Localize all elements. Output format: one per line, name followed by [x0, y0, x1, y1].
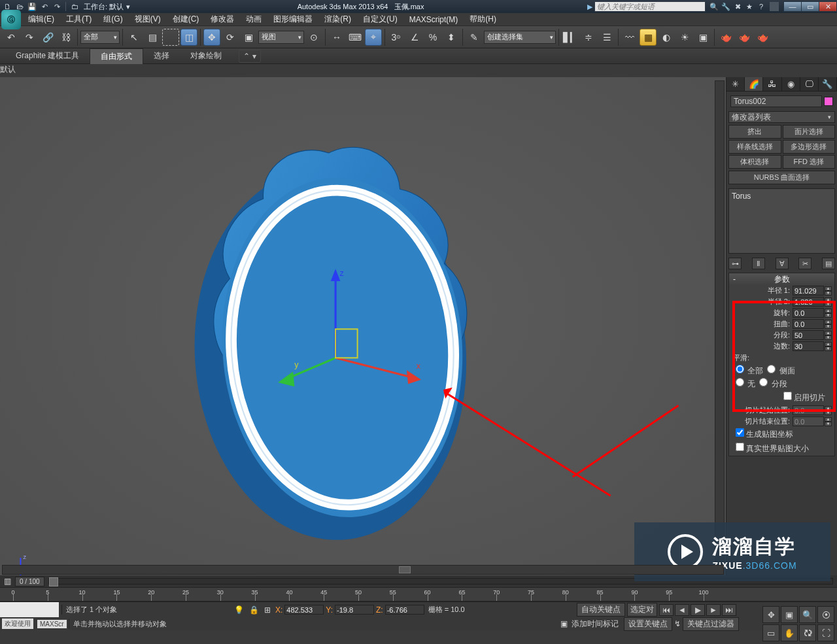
menu-9[interactable]: 自定义(U) [357, 12, 403, 26]
key-filters-button[interactable]: 关键点过滤器 [683, 617, 739, 631]
zoom-region-icon[interactable]: ▭ [762, 624, 779, 641]
pan-view-icon[interactable]: ✥ [762, 606, 779, 623]
add-time-tag[interactable]: 添加时间标记 [572, 619, 624, 630]
selected-marker-button[interactable]: 选定对 [627, 603, 657, 617]
zoom-icon[interactable]: 🔍 [799, 606, 816, 623]
radius1-input[interactable] [793, 286, 824, 296]
qat-save-icon[interactable]: 💾 [27, 1, 37, 12]
ribbon-sub-default[interactable]: 默认 [0, 64, 837, 75]
layers-icon[interactable]: ☰ [598, 29, 615, 46]
dropdown-icon[interactable]: ▾ [126, 3, 130, 11]
render-frame-icon[interactable]: ▣ [694, 29, 711, 46]
gen-mapping-checkbox[interactable]: 生成贴图坐标 [736, 428, 793, 440]
menu-2[interactable]: 组(G) [97, 12, 128, 26]
rollout-header-params[interactable]: 参数 [729, 273, 834, 285]
exchange-icon[interactable]: ✖ [733, 3, 742, 11]
object-color-swatch[interactable] [824, 97, 833, 106]
scrollbar-thumb[interactable] [399, 566, 411, 573]
panel-tab-display-icon[interactable]: 🖵 [800, 77, 819, 91]
star-icon[interactable]: ★ [745, 3, 754, 11]
set-key-mode-icon[interactable]: ▥ [4, 577, 11, 586]
spinner-snap-icon[interactable]: ⬍ [443, 29, 460, 46]
orbit-icon[interactable]: 🗘 [799, 624, 816, 641]
qat-project-icon[interactable]: 🗀 [69, 1, 80, 12]
pan-icon[interactable]: ✋ [781, 624, 798, 641]
sel-preset-0[interactable]: 挤出 [728, 125, 781, 139]
ribbon-tab-modeling[interactable]: Graphite 建模工具 [5, 48, 90, 63]
mirror-icon[interactable]: ▋▎ [562, 29, 579, 46]
render-icon[interactable]: 🫖 [717, 29, 734, 46]
set-key-button[interactable]: 设置关键点 [624, 617, 672, 631]
select-by-name-icon[interactable]: ▤ [144, 29, 161, 46]
goto-end-icon[interactable]: ⏭ [722, 604, 736, 616]
percent-snap-icon[interactable]: % [424, 29, 441, 46]
snap-3d-icon[interactable]: 3⊙ [388, 29, 405, 46]
sel-preset-4[interactable]: 体积选择 [728, 155, 781, 169]
panel-tab-hierarchy-icon[interactable]: 🖧 [763, 77, 781, 91]
undo-icon[interactable]: ↶ [3, 29, 20, 46]
material-editor-icon[interactable]: ◐ [658, 29, 675, 46]
menu-1[interactable]: 工具(T) [60, 12, 97, 26]
max-viewport-icon[interactable]: ⛶ [817, 624, 834, 641]
menu-4[interactable]: 创建(C) [167, 12, 205, 26]
frame-indicator[interactable]: 0 / 100 [15, 577, 44, 586]
ref-coord-system-dropdown[interactable]: 视图 [258, 31, 304, 44]
panel-tab-utilities-icon[interactable]: 🔧 [819, 77, 837, 91]
menu-3[interactable]: 视图(V) [129, 12, 167, 26]
align-icon[interactable]: ≑ [580, 29, 597, 46]
help-icon[interactable]: ? [757, 3, 766, 10]
coord-y-input[interactable] [335, 605, 374, 615]
menu-0[interactable]: 编辑(E) [22, 12, 60, 26]
welcome-tag[interactable]: 欢迎使用 [2, 619, 33, 629]
info-icon[interactable]: ▶ [587, 3, 592, 11]
nurbs-surface-sel-button[interactable]: NURBS 曲面选择 [728, 171, 835, 184]
menu-8[interactable]: 渲染(R) [318, 12, 357, 26]
pin-stack-icon[interactable]: ⊶ [728, 258, 742, 269]
configure-sets-icon[interactable]: ▤ [822, 258, 835, 269]
curve-editor-icon[interactable]: 〰 [621, 29, 638, 46]
modifier-list-dropdown[interactable]: 修改器列表 [728, 111, 835, 123]
minimize-button[interactable]: — [783, 1, 802, 12]
quick-render-icon[interactable]: 🫖 [736, 29, 753, 46]
angle-snap-icon[interactable]: ∠ [406, 29, 423, 46]
object-preview-thumb[interactable] [0, 602, 59, 618]
use-pivot-icon[interactable]: ⊙ [305, 29, 322, 46]
keyboard-shortcut-icon[interactable]: ⌨ [347, 29, 364, 46]
zoom-extents-icon[interactable]: ▣ [781, 606, 798, 623]
sel-preset-2[interactable]: 样条线选择 [728, 140, 781, 154]
object-name-field[interactable]: Torus002 [730, 95, 822, 107]
schematic-icon[interactable]: ▦ [640, 29, 657, 46]
move-icon[interactable]: ✥ [203, 29, 220, 46]
qat-undo-icon[interactable]: ↶ [39, 1, 50, 12]
menu-6[interactable]: 动画 [240, 12, 267, 26]
fov-icon[interactable]: ⦿ [817, 606, 834, 623]
qat-redo-icon[interactable]: ↷ [52, 1, 62, 12]
viewport-scrollbar-vertical[interactable] [715, 80, 725, 562]
sel-preset-5[interactable]: FFD 选择 [783, 155, 836, 169]
maxscript-tag[interactable]: MAXScr [37, 620, 67, 628]
menu-5[interactable]: 修改器 [205, 12, 240, 26]
unlink-icon[interactable]: ⛓ [58, 29, 75, 46]
sel-preset-3[interactable]: 多边形选择 [783, 140, 836, 154]
rotate-icon[interactable]: ⟳ [222, 29, 239, 46]
close-button[interactable]: ✕ [819, 1, 837, 12]
render-iterative-icon[interactable]: 🫖 [754, 29, 771, 46]
remove-modifier-icon[interactable]: ✂ [798, 258, 811, 269]
app-button[interactable]: Ⓖ [1, 10, 21, 29]
lock-selection-icon[interactable]: 💡 [231, 605, 247, 615]
ribbon-tab-freeform[interactable]: 自由形式 [90, 48, 143, 64]
show-end-result-icon[interactable]: Ⅱ [752, 258, 765, 269]
menu-7[interactable]: 图形编辑器 [267, 12, 318, 26]
named-selection-dropdown[interactable]: 创建选择集 [484, 31, 556, 44]
snaps-toggle-icon[interactable]: ⌖ [365, 29, 382, 46]
time-tag-icon[interactable]: ▣ [556, 619, 572, 628]
render-setup-icon[interactable]: ☀ [676, 29, 693, 46]
menu-10[interactable]: MAXScript(M) [403, 14, 464, 25]
goto-start-icon[interactable]: ⏮ [659, 604, 674, 616]
lock-icon[interactable]: 🔒 [247, 605, 262, 615]
panel-tab-create-icon[interactable]: ✳ [726, 77, 745, 91]
prev-frame-icon[interactable]: ◄ [675, 604, 689, 616]
manipulate-icon[interactable]: ↔ [328, 29, 345, 46]
search-icon[interactable]: 🔍 [709, 3, 719, 11]
sel-preset-1[interactable]: 面片选择 [783, 125, 836, 139]
